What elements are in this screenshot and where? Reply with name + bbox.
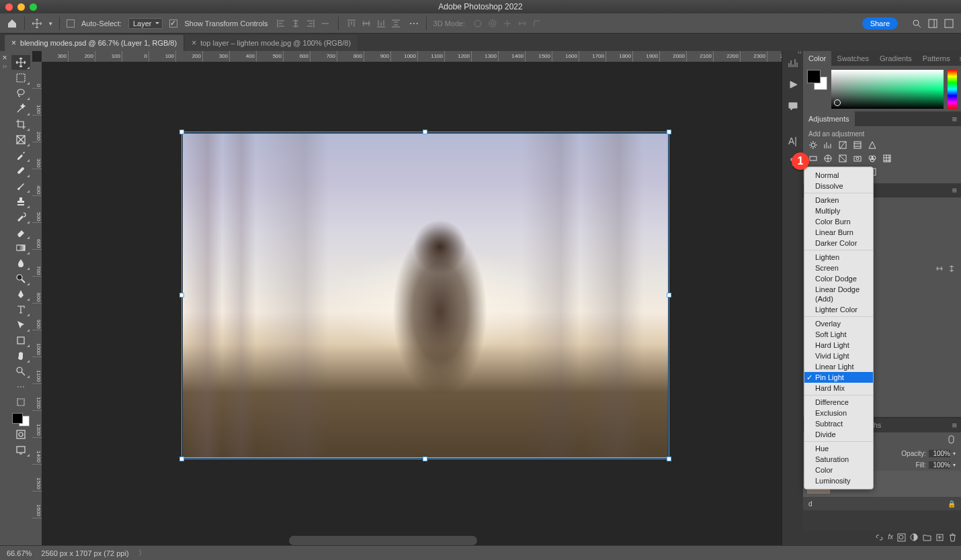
hue-sat-icon[interactable] [808,154,818,165]
blend-mode-item[interactable]: Luminosity [804,475,873,486]
panel-menu-icon[interactable]: ≡ [948,185,961,195]
document-tab-inactive[interactable]: × top layer – lighten mode.jpg @ 100% (R… [185,35,358,51]
path-select-tool[interactable] [11,318,30,332]
align-v-icon[interactable] [948,265,956,274]
align-right-icon[interactable] [304,17,317,30]
transform-handle-sw[interactable] [179,457,184,461]
blend-mode-item[interactable]: Multiply [804,205,873,216]
blend-mode-item[interactable]: Linear Burn [804,227,873,238]
zoom-level[interactable]: 66.67% [7,549,32,557]
share-button[interactable]: Share [862,17,898,30]
lasso-tool[interactable] [11,86,30,101]
blend-mode-item[interactable]: Hard Mix [804,383,873,393]
blend-mode-item[interactable]: Color [804,465,873,475]
transform-handle-e[interactable] [667,293,671,297]
align-middle-icon[interactable] [360,17,372,30]
blend-mode-item[interactable]: Darken [804,195,873,205]
blend-mode-item[interactable]: Normal [804,170,873,181]
panel-menu-icon[interactable]: ≡ [948,114,961,124]
quickmask-icon[interactable] [11,427,30,442]
layer-background-row[interactable]: d 🔒 [803,498,961,510]
blend-mode-item[interactable]: Linear Dodge (Add) [804,284,873,304]
transform-handle-n[interactable] [423,130,427,134]
trash-icon[interactable] [948,533,957,543]
close-icon[interactable]: × [11,38,16,48]
blend-mode-item[interactable]: Lighter Color [804,304,873,315]
stamp-tool[interactable] [11,194,30,209]
group-icon[interactable] [923,533,931,543]
shape-tool[interactable] [11,333,30,348]
align-left-icon[interactable] [275,17,287,30]
align-h-icon[interactable] [935,265,944,274]
tab-adjustments[interactable]: Adjustments [803,111,855,126]
ruler-vertical[interactable]: 0100200300400500600700800900100011001200… [32,62,42,545]
transform-handle-se[interactable] [667,457,671,461]
exposure-icon[interactable] [853,140,862,151]
window-minimize-button[interactable] [17,3,25,11]
ruler-horizontal[interactable]: 3002001000100200300400500600700800900100… [42,51,782,62]
close-icon[interactable]: × [0,51,9,62]
color-swatches[interactable] [807,70,827,90]
blend-mode-item[interactable]: Subtract [804,418,873,429]
move-tool[interactable] [11,55,30,70]
transform-handle-w[interactable] [179,293,184,297]
workspace-icon[interactable] [927,18,938,29]
status-menu-icon[interactable]: 〉 [138,548,146,558]
vibrance-icon[interactable] [868,140,877,151]
bw-icon[interactable] [838,154,847,165]
fx-icon[interactable]: fx [888,533,893,543]
more-align-icon[interactable] [319,17,331,30]
crop-tool[interactable] [11,117,30,132]
edit-toolbar-icon[interactable] [11,395,30,410]
opacity-field[interactable] [929,450,950,457]
fill-field[interactable] [929,461,950,469]
type-tool[interactable] [11,302,30,317]
window-close-button[interactable] [5,3,13,11]
blend-mode-item[interactable]: Soft Light [804,329,873,340]
search-icon[interactable] [911,18,922,29]
eyedropper-tool[interactable] [11,148,30,162]
orbit-icon[interactable] [472,17,484,30]
character-icon[interactable]: A| [788,136,797,146]
gradient-tool[interactable] [11,240,30,255]
photo-filter-icon[interactable] [853,154,862,165]
blend-mode-item[interactable]: Pin Light [804,372,873,383]
color-balance-icon[interactable] [823,154,833,165]
dodge-tool[interactable] [11,271,30,286]
color-swatch[interactable] [12,413,30,426]
mask-icon[interactable] [897,533,906,543]
align-center-h-icon[interactable] [290,17,302,30]
frame-tool[interactable] [11,132,30,147]
document-tab-active[interactable]: × blending modes.psd @ 66.7% (Layer 1, R… [5,35,183,51]
zoom-3d-icon[interactable] [531,17,543,30]
heal-tool[interactable] [11,163,30,178]
pan-icon[interactable] [501,17,513,30]
pen-tool[interactable] [11,287,30,301]
curves-icon[interactable] [838,140,847,151]
blend-mode-item[interactable]: Color Burn [804,216,873,227]
channel-mixer-icon[interactable] [868,154,877,165]
blend-mode-item[interactable]: Difference [804,397,873,408]
blend-mode-item[interactable]: Lighten [804,252,873,263]
levels-icon[interactable] [823,140,833,151]
transform-handle-nw[interactable] [179,130,184,134]
tool-dots[interactable]: ⋯ [11,379,30,394]
tab-patterns[interactable]: Patterns [917,51,956,66]
align-top-icon[interactable] [345,17,358,30]
distribute-icon[interactable] [390,17,402,30]
blend-mode-item[interactable]: Linear Light [804,361,873,372]
move-tool-icon[interactable] [32,18,42,29]
lock-icon[interactable]: 🔒 [948,500,956,508]
blend-mode-item[interactable]: Saturation [804,454,873,465]
comment-icon[interactable] [788,101,798,113]
blend-mode-item[interactable]: Exclusion [804,408,873,418]
blend-mode-item[interactable]: Vivid Light [804,351,873,361]
transform-bounding-box[interactable] [181,132,669,459]
new-layer-icon[interactable] [935,533,944,543]
blend-mode-item[interactable]: Color Dodge [804,273,873,284]
tab-gradients[interactable]: Gradients [874,51,917,66]
align-bottom-icon[interactable] [375,17,387,30]
tab-swatches[interactable]: Swatches [831,51,874,66]
link-icon[interactable] [875,533,884,543]
panel-menu-icon[interactable]: ≡ [956,54,961,64]
